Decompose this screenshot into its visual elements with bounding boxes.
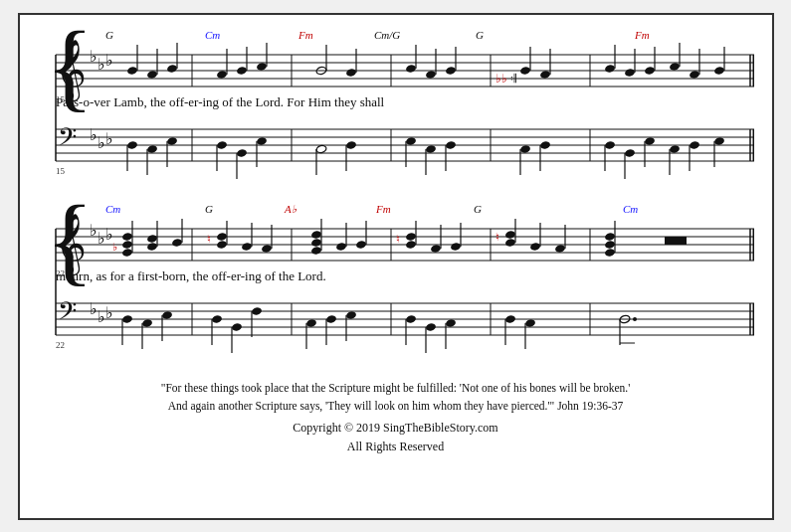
svg-point-80 xyxy=(146,144,157,153)
svg-text:♭: ♭ xyxy=(105,52,113,69)
svg-point-172 xyxy=(450,242,461,251)
svg-text:♮: ♮ xyxy=(495,231,499,243)
svg-point-114 xyxy=(713,136,724,145)
svg-text:Fm: Fm xyxy=(297,29,313,41)
svg-point-162 xyxy=(335,242,346,251)
svg-point-60 xyxy=(713,66,724,75)
svg-text:G: G xyxy=(205,203,213,215)
svg-point-150 xyxy=(216,240,227,249)
scripture-text: "For these things took place that the Sc… xyxy=(38,379,754,416)
svg-point-221 xyxy=(405,314,416,323)
svg-point-146 xyxy=(146,234,157,243)
scripture-line1: "For these things took place that the Sc… xyxy=(161,382,631,394)
svg-text:𝄇: 𝄇 xyxy=(510,72,516,86)
svg-point-175 xyxy=(504,230,515,239)
svg-point-148 xyxy=(171,238,182,247)
svg-text:♭♭: ♭♭ xyxy=(495,72,507,86)
svg-point-209 xyxy=(211,314,222,323)
svg-point-96 xyxy=(425,144,436,153)
svg-point-22 xyxy=(126,66,137,75)
svg-point-154 xyxy=(241,242,252,251)
lyrics-section2: mourn, as for a first-born, the off-er-i… xyxy=(56,268,326,283)
svg-text:♭: ♭ xyxy=(98,134,105,151)
svg-text:22: 22 xyxy=(56,340,65,350)
copyright-line1: Copyright © 2019 SingTheBibleStory.com xyxy=(293,421,497,435)
svg-point-174 xyxy=(504,238,515,247)
copyright-block: Copyright © 2019 SingTheBibleStory.com A… xyxy=(38,419,754,455)
svg-point-30 xyxy=(236,66,247,75)
svg-text:♮: ♮ xyxy=(207,233,211,245)
svg-point-88 xyxy=(256,136,267,145)
svg-point-112 xyxy=(689,140,699,149)
svg-point-110 xyxy=(669,144,680,153)
svg-text:15: 15 xyxy=(56,166,66,176)
svg-text:♭: ♭ xyxy=(105,130,113,147)
bass-clef-2: 𝄢 xyxy=(58,297,77,330)
svg-point-98 xyxy=(445,140,456,149)
svg-text:G: G xyxy=(476,29,484,41)
svg-text:A♭: A♭ xyxy=(284,203,297,215)
svg-text:♭: ♭ xyxy=(90,126,98,143)
svg-point-182 xyxy=(604,240,615,249)
svg-point-142 xyxy=(121,248,132,257)
bass-clef-1: 𝄢 xyxy=(58,123,77,156)
svg-point-56 xyxy=(669,62,680,71)
svg-point-213 xyxy=(251,306,262,315)
svg-point-145 xyxy=(146,242,157,251)
svg-point-184 xyxy=(604,248,615,257)
svg-point-151 xyxy=(216,232,227,241)
svg-text:♮: ♮ xyxy=(396,233,400,245)
svg-point-40 xyxy=(425,70,436,79)
svg-text:Cm/G: Cm/G xyxy=(374,29,400,41)
svg-point-108 xyxy=(644,136,655,145)
svg-point-217 xyxy=(325,314,336,323)
svg-point-102 xyxy=(539,140,550,149)
svg-point-219 xyxy=(345,310,356,319)
svg-point-100 xyxy=(519,144,530,153)
svg-text:♭: ♭ xyxy=(112,241,117,253)
svg-point-207 xyxy=(161,310,172,319)
section1-music: G Cm Fm Cm/G G Fm 𝄞 ♭ ♭ ♭ 15 xyxy=(38,25,754,199)
svg-point-52 xyxy=(624,68,635,77)
lyrics-section1: Pass-o-ver Lamb, the off-er-ing of the L… xyxy=(56,94,385,109)
svg-text:G: G xyxy=(474,203,482,215)
svg-text:Cm: Cm xyxy=(205,29,220,41)
svg-text:G: G xyxy=(105,29,113,41)
svg-point-94 xyxy=(405,136,416,145)
svg-point-215 xyxy=(305,318,316,327)
svg-point-227 xyxy=(504,314,515,323)
sheet-music-container: G Cm Fm Cm/G G Fm 𝄞 ♭ ♭ ♭ 15 xyxy=(18,13,774,520)
svg-point-90 xyxy=(315,144,326,153)
svg-point-54 xyxy=(644,66,655,75)
svg-point-26 xyxy=(166,64,177,73)
svg-point-32 xyxy=(256,62,267,71)
svg-point-50 xyxy=(604,64,615,73)
svg-text:♭: ♭ xyxy=(98,308,105,325)
svg-point-104 xyxy=(604,140,615,149)
svg-point-156 xyxy=(261,244,272,253)
svg-point-170 xyxy=(430,244,441,253)
svg-point-178 xyxy=(529,242,540,251)
svg-point-84 xyxy=(216,140,227,149)
svg-point-24 xyxy=(146,70,157,79)
svg-point-46 xyxy=(519,66,530,75)
svg-point-158 xyxy=(310,238,321,247)
svg-point-42 xyxy=(445,66,456,75)
svg-point-92 xyxy=(345,140,356,149)
svg-text:Cm: Cm xyxy=(105,203,120,215)
svg-point-78 xyxy=(126,140,137,149)
svg-point-28 xyxy=(216,70,227,79)
svg-point-183 xyxy=(604,232,615,241)
svg-point-141 xyxy=(121,232,132,241)
svg-point-166 xyxy=(405,240,416,249)
svg-point-225 xyxy=(445,318,456,327)
svg-text:♭: ♭ xyxy=(98,230,105,247)
svg-point-38 xyxy=(405,64,416,73)
svg-text:Cm: Cm xyxy=(623,203,638,215)
svg-point-167 xyxy=(405,232,416,241)
svg-text:{: { xyxy=(46,199,94,295)
svg-point-58 xyxy=(689,70,699,79)
svg-rect-186 xyxy=(665,237,687,245)
svg-text:♭: ♭ xyxy=(105,304,113,321)
svg-text:♭: ♭ xyxy=(90,300,98,317)
